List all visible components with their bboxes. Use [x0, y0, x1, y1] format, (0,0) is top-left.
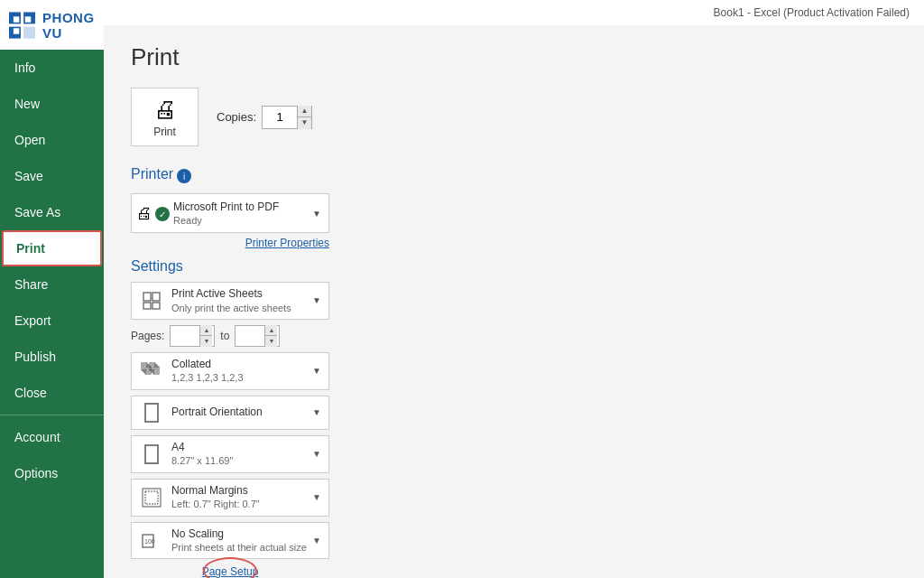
svg-text:100: 100	[144, 538, 155, 545]
scaling-selector[interactable]: 100 No Scaling Print sheets at their act…	[131, 522, 329, 560]
sidebar-item-open[interactable]: Open	[0, 122, 104, 158]
print-panel: Print 🖨 Print Copies: ▲ ▼ Printer	[104, 25, 924, 578]
copies-label: Copies:	[217, 110, 256, 124]
print-button[interactable]: 🖨 Print	[131, 88, 199, 146]
print-title: Print	[131, 43, 897, 71]
svg-rect-6	[14, 28, 19, 33]
title-bar-text: Book1 - Excel (Product Activation Failed…	[714, 6, 910, 19]
printer-icon: 🖨	[153, 96, 177, 124]
scaling-sub: Print sheets at their actual size	[171, 541, 309, 554]
scaling-svg-icon: 100	[142, 531, 162, 551]
sidebar: Info New Open Save Save As Print Share E…	[0, 50, 104, 578]
print-active-sheets-main: Print Active Sheets	[171, 287, 309, 302]
sidebar-item-share[interactable]: Share	[0, 266, 104, 303]
sidebar-item-close[interactable]: Close	[0, 375, 104, 411]
sidebar-item-export[interactable]: Export	[0, 303, 104, 339]
page-setup-area: Page Setup	[131, 564, 329, 578]
orientation-svg-icon	[143, 403, 160, 423]
svg-rect-3	[23, 26, 35, 38]
margins-arrow: ▼	[312, 492, 321, 502]
orientation-text: Portrait Orientation	[171, 406, 309, 420]
printer-status: Ready	[173, 215, 202, 226]
svg-rect-4	[14, 16, 19, 22]
copies-increment-button[interactable]: ▲	[297, 106, 311, 117]
print-active-sheets-text: Print Active Sheets Only print the activ…	[171, 287, 309, 314]
orientation-icon	[139, 403, 164, 423]
print-active-sheets-arrow: ▼	[312, 295, 321, 305]
printer-ready-icon: ✓	[155, 207, 170, 221]
pages-label: Pages:	[131, 330, 164, 342]
svg-rect-20	[145, 491, 158, 504]
pages-to-input[interactable]	[236, 326, 264, 346]
printer-selector[interactable]: 🖨 ✓ Microsoft Print to PDF Ready ▼	[131, 193, 329, 233]
sheets-svg-icon	[142, 291, 162, 311]
svg-rect-7	[143, 293, 151, 301]
phong-vu-logo-icon	[9, 9, 35, 42]
print-button-label: Print	[153, 126, 176, 138]
sidebar-divider	[0, 415, 104, 415]
svg-rect-17	[145, 404, 158, 422]
logo-area: PHONG VU	[0, 0, 104, 50]
copies-decrement-button[interactable]: ▼	[297, 117, 311, 129]
orientation-arrow: ▼	[312, 407, 321, 417]
print-active-sheets-selector[interactable]: Print Active Sheets Only print the activ…	[131, 282, 329, 320]
pages-to-label: to	[220, 330, 229, 342]
collated-main: Collated	[171, 358, 309, 372]
sidebar-item-account[interactable]: Account	[0, 419, 104, 455]
sidebar-item-print[interactable]: Print	[2, 230, 102, 266]
pages-from-decrement[interactable]: ▼	[199, 336, 212, 347]
printer-icon-area: 🖨 ✓	[139, 204, 166, 223]
printer-dropdown-arrow: ▼	[312, 209, 321, 219]
printer-icon-wrap: 🖨 ✓	[136, 204, 170, 223]
collated-icon	[139, 361, 164, 381]
printer-section-header-row: Printer i	[131, 163, 897, 190]
sidebar-item-save[interactable]: Save	[0, 158, 104, 194]
sidebar-item-publish[interactable]: Publish	[0, 339, 104, 375]
pages-from-input[interactable]	[171, 326, 199, 346]
paper-size-text: A4 8.27" x 11.69"	[171, 441, 309, 468]
settings-section-header: Settings	[131, 258, 897, 275]
print-active-sheets-sub: Only print the active sheets	[171, 302, 309, 314]
svg-rect-5	[25, 16, 31, 22]
paper-size-icon	[139, 444, 164, 464]
collated-svg-icon	[141, 361, 162, 381]
printer-properties-link[interactable]: Printer Properties	[131, 237, 329, 249]
pages-from-spin-btns: ▲ ▼	[199, 325, 212, 347]
sidebar-item-info[interactable]: Info	[0, 50, 104, 86]
paper-size-sub: 8.27" x 11.69"	[171, 454, 309, 467]
margins-icon	[139, 488, 164, 508]
printer-text: Microsoft Print to PDF Ready	[173, 200, 309, 227]
paper-size-selector[interactable]: A4 8.27" x 11.69" ▼	[131, 435, 329, 473]
sidebar-item-save-as[interactable]: Save As	[0, 194, 104, 230]
printer-name: Microsoft Print to PDF	[173, 200, 279, 213]
orientation-selector[interactable]: Portrait Orientation ▼	[131, 396, 329, 430]
pages-from-spinner: ▲ ▼	[170, 325, 215, 347]
printer-info-icon[interactable]: i	[177, 169, 191, 183]
svg-rect-10	[152, 303, 160, 309]
pages-to-spinner: ▲ ▼	[235, 325, 280, 347]
pages-to-increment[interactable]: ▲	[264, 325, 277, 336]
page-setup-link[interactable]: Page Setup	[202, 565, 259, 578]
scaling-text: No Scaling Print sheets at their actual …	[171, 527, 309, 555]
copies-input[interactable]	[263, 107, 297, 128]
collated-sub: 1,2,3 1,2,3 1,2,3	[171, 371, 309, 384]
scaling-icon: 100	[139, 531, 164, 551]
svg-rect-18	[145, 445, 158, 463]
margins-main: Normal Margins	[171, 484, 309, 499]
margins-sub: Left: 0.7" Right: 0.7"	[171, 498, 309, 510]
scaling-arrow: ▼	[312, 536, 321, 545]
svg-rect-9	[143, 303, 151, 309]
sidebar-item-new[interactable]: New	[0, 86, 104, 122]
sidebar-item-options[interactable]: Options	[0, 455, 104, 491]
collation-selector[interactable]: Collated 1,2,3 1,2,3 1,2,3 ▼	[131, 352, 329, 390]
printer-device-icon: 🖨	[136, 204, 152, 223]
pages-to-spin-btns: ▲ ▼	[264, 325, 277, 347]
print-button-area: 🖨 Print Copies: ▲ ▼	[131, 88, 897, 146]
scaling-main: No Scaling	[171, 527, 309, 542]
pages-to-decrement[interactable]: ▼	[264, 336, 277, 347]
main-content: Print 🖨 Print Copies: ▲ ▼ Printer	[104, 25, 924, 578]
paper-size-arrow: ▼	[312, 449, 321, 459]
margins-selector[interactable]: Normal Margins Left: 0.7" Right: 0.7" ▼	[131, 479, 329, 517]
copies-spinner: ▲ ▼	[262, 106, 312, 129]
pages-from-increment[interactable]: ▲	[199, 325, 212, 336]
